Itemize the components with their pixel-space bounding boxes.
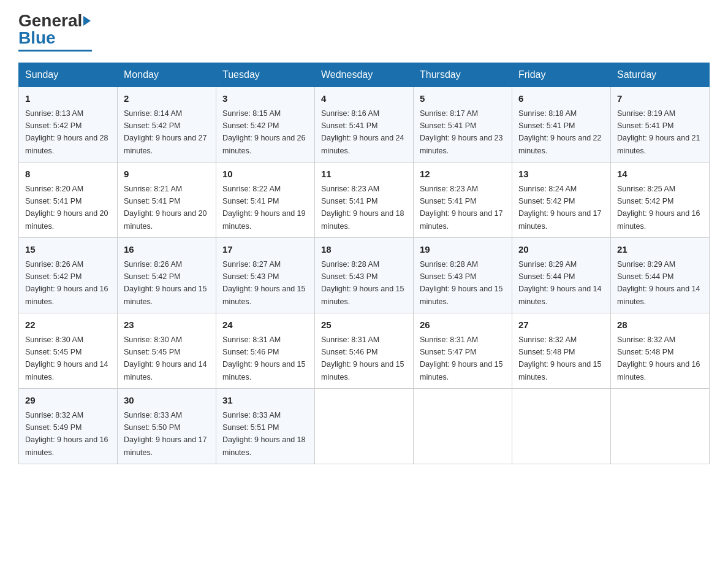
calendar-cell: 3Sunrise: 8:15 AMSunset: 5:42 PMDaylight… bbox=[216, 87, 315, 163]
day-info: Sunrise: 8:29 AMSunset: 5:44 PMDaylight:… bbox=[617, 260, 700, 306]
day-info: Sunrise: 8:23 AMSunset: 5:41 PMDaylight:… bbox=[321, 185, 404, 231]
day-number: 12 bbox=[420, 167, 506, 182]
calendar-cell bbox=[512, 389, 611, 464]
day-number: 8 bbox=[25, 167, 111, 182]
day-info: Sunrise: 8:24 AMSunset: 5:42 PMDaylight:… bbox=[518, 185, 602, 231]
calendar-cell: 23Sunrise: 8:30 AMSunset: 5:45 PMDayligh… bbox=[118, 313, 216, 389]
calendar-cell: 30Sunrise: 8:33 AMSunset: 5:50 PMDayligh… bbox=[118, 389, 216, 464]
day-number: 2 bbox=[124, 92, 210, 106]
day-info: Sunrise: 8:16 AMSunset: 5:41 PMDaylight:… bbox=[321, 109, 404, 155]
day-number: 19 bbox=[420, 243, 506, 257]
day-info: Sunrise: 8:22 AMSunset: 5:41 PMDaylight:… bbox=[222, 185, 306, 231]
day-info: Sunrise: 8:26 AMSunset: 5:42 PMDaylight:… bbox=[124, 260, 207, 306]
calendar-table: SundayMondayTuesdayWednesdayThursdayFrid… bbox=[18, 63, 710, 464]
day-number: 20 bbox=[518, 243, 604, 257]
calendar-cell: 27Sunrise: 8:32 AMSunset: 5:48 PMDayligh… bbox=[512, 313, 611, 389]
logo-blue-text: Blue bbox=[18, 28, 56, 48]
day-info: Sunrise: 8:26 AMSunset: 5:42 PMDaylight:… bbox=[25, 260, 108, 306]
weekday-header-cell: Monday bbox=[118, 63, 216, 87]
calendar-cell: 4Sunrise: 8:16 AMSunset: 5:41 PMDaylight… bbox=[315, 87, 414, 163]
day-info: Sunrise: 8:32 AMSunset: 5:49 PMDaylight:… bbox=[25, 411, 108, 457]
day-number: 17 bbox=[222, 243, 308, 257]
day-number: 7 bbox=[617, 92, 703, 106]
day-number: 6 bbox=[518, 92, 604, 106]
calendar-cell: 26Sunrise: 8:31 AMSunset: 5:47 PMDayligh… bbox=[414, 313, 512, 389]
day-number: 21 bbox=[617, 243, 703, 257]
day-number: 30 bbox=[124, 394, 210, 408]
calendar-cell: 24Sunrise: 8:31 AMSunset: 5:46 PMDayligh… bbox=[216, 313, 315, 389]
calendar-cell: 16Sunrise: 8:26 AMSunset: 5:42 PMDayligh… bbox=[118, 238, 216, 313]
weekday-header-cell: Sunday bbox=[19, 63, 118, 87]
calendar-cell: 5Sunrise: 8:17 AMSunset: 5:41 PMDaylight… bbox=[414, 87, 512, 163]
weekday-header-cell: Thursday bbox=[414, 63, 512, 87]
day-number: 3 bbox=[222, 92, 308, 106]
calendar-week-row: 15Sunrise: 8:26 AMSunset: 5:42 PMDayligh… bbox=[19, 238, 710, 313]
calendar-cell: 13Sunrise: 8:24 AMSunset: 5:42 PMDayligh… bbox=[512, 163, 611, 238]
day-info: Sunrise: 8:18 AMSunset: 5:41 PMDaylight:… bbox=[518, 109, 602, 155]
day-info: Sunrise: 8:21 AMSunset: 5:41 PMDaylight:… bbox=[124, 185, 207, 231]
logo-underline bbox=[18, 50, 92, 52]
day-number: 28 bbox=[617, 318, 703, 332]
day-info: Sunrise: 8:23 AMSunset: 5:41 PMDaylight:… bbox=[420, 185, 503, 231]
logo-general-text: General bbox=[18, 12, 82, 29]
logo-triangle-icon bbox=[83, 16, 91, 26]
day-info: Sunrise: 8:27 AMSunset: 5:43 PMDaylight:… bbox=[222, 260, 306, 306]
day-number: 1 bbox=[25, 92, 111, 106]
calendar-week-row: 1Sunrise: 8:13 AMSunset: 5:42 PMDaylight… bbox=[19, 87, 710, 163]
calendar-cell: 6Sunrise: 8:18 AMSunset: 5:41 PMDaylight… bbox=[512, 87, 611, 163]
day-number: 4 bbox=[321, 92, 407, 106]
day-info: Sunrise: 8:31 AMSunset: 5:46 PMDaylight:… bbox=[222, 335, 306, 381]
day-number: 16 bbox=[124, 243, 210, 257]
calendar-cell: 31Sunrise: 8:33 AMSunset: 5:51 PMDayligh… bbox=[216, 389, 315, 464]
calendar-cell bbox=[611, 389, 710, 464]
calendar-cell: 19Sunrise: 8:28 AMSunset: 5:43 PMDayligh… bbox=[414, 238, 512, 313]
day-number: 26 bbox=[420, 318, 506, 332]
page-header: General Blue bbox=[18, 12, 710, 52]
calendar-cell: 29Sunrise: 8:32 AMSunset: 5:49 PMDayligh… bbox=[19, 389, 118, 464]
day-info: Sunrise: 8:30 AMSunset: 5:45 PMDaylight:… bbox=[124, 335, 207, 381]
day-number: 13 bbox=[518, 167, 604, 182]
calendar-cell: 20Sunrise: 8:29 AMSunset: 5:44 PMDayligh… bbox=[512, 238, 611, 313]
calendar-cell: 12Sunrise: 8:23 AMSunset: 5:41 PMDayligh… bbox=[414, 163, 512, 238]
day-number: 23 bbox=[124, 318, 210, 332]
day-number: 5 bbox=[420, 92, 506, 106]
calendar-cell: 21Sunrise: 8:29 AMSunset: 5:44 PMDayligh… bbox=[611, 238, 710, 313]
calendar-cell: 1Sunrise: 8:13 AMSunset: 5:42 PMDaylight… bbox=[19, 87, 118, 163]
day-info: Sunrise: 8:28 AMSunset: 5:43 PMDaylight:… bbox=[321, 260, 404, 306]
calendar-cell bbox=[315, 389, 414, 464]
calendar-week-row: 29Sunrise: 8:32 AMSunset: 5:49 PMDayligh… bbox=[19, 389, 710, 464]
calendar-cell: 8Sunrise: 8:20 AMSunset: 5:41 PMDaylight… bbox=[19, 163, 118, 238]
day-info: Sunrise: 8:31 AMSunset: 5:47 PMDaylight:… bbox=[420, 335, 503, 381]
day-info: Sunrise: 8:32 AMSunset: 5:48 PMDaylight:… bbox=[617, 335, 700, 381]
day-info: Sunrise: 8:29 AMSunset: 5:44 PMDaylight:… bbox=[518, 260, 602, 306]
calendar-cell: 15Sunrise: 8:26 AMSunset: 5:42 PMDayligh… bbox=[19, 238, 118, 313]
day-info: Sunrise: 8:31 AMSunset: 5:46 PMDaylight:… bbox=[321, 335, 404, 381]
day-info: Sunrise: 8:17 AMSunset: 5:41 PMDaylight:… bbox=[420, 109, 503, 155]
calendar-cell: 17Sunrise: 8:27 AMSunset: 5:43 PMDayligh… bbox=[216, 238, 315, 313]
weekday-header-cell: Wednesday bbox=[315, 63, 414, 87]
calendar-week-row: 8Sunrise: 8:20 AMSunset: 5:41 PMDaylight… bbox=[19, 163, 710, 238]
day-info: Sunrise: 8:13 AMSunset: 5:42 PMDaylight:… bbox=[25, 109, 108, 155]
day-info: Sunrise: 8:30 AMSunset: 5:45 PMDaylight:… bbox=[25, 335, 108, 381]
weekday-header-cell: Tuesday bbox=[216, 63, 315, 87]
calendar-body: 1Sunrise: 8:13 AMSunset: 5:42 PMDaylight… bbox=[19, 87, 710, 464]
day-info: Sunrise: 8:28 AMSunset: 5:43 PMDaylight:… bbox=[420, 260, 503, 306]
calendar-cell: 9Sunrise: 8:21 AMSunset: 5:41 PMDaylight… bbox=[118, 163, 216, 238]
day-info: Sunrise: 8:19 AMSunset: 5:41 PMDaylight:… bbox=[617, 109, 700, 155]
day-info: Sunrise: 8:14 AMSunset: 5:42 PMDaylight:… bbox=[124, 109, 207, 155]
day-info: Sunrise: 8:33 AMSunset: 5:50 PMDaylight:… bbox=[124, 411, 207, 457]
calendar-cell: 11Sunrise: 8:23 AMSunset: 5:41 PMDayligh… bbox=[315, 163, 414, 238]
day-number: 14 bbox=[617, 167, 703, 182]
weekday-header-row: SundayMondayTuesdayWednesdayThursdayFrid… bbox=[19, 63, 710, 87]
day-number: 25 bbox=[321, 318, 407, 332]
day-number: 11 bbox=[321, 167, 407, 182]
calendar-cell: 7Sunrise: 8:19 AMSunset: 5:41 PMDaylight… bbox=[611, 87, 710, 163]
day-number: 29 bbox=[25, 394, 111, 408]
day-number: 9 bbox=[124, 167, 210, 182]
day-number: 15 bbox=[25, 243, 111, 257]
weekday-header-cell: Friday bbox=[512, 63, 611, 87]
calendar-cell: 18Sunrise: 8:28 AMSunset: 5:43 PMDayligh… bbox=[315, 238, 414, 313]
day-number: 22 bbox=[25, 318, 111, 332]
day-number: 31 bbox=[222, 394, 308, 408]
calendar-cell: 10Sunrise: 8:22 AMSunset: 5:41 PMDayligh… bbox=[216, 163, 315, 238]
